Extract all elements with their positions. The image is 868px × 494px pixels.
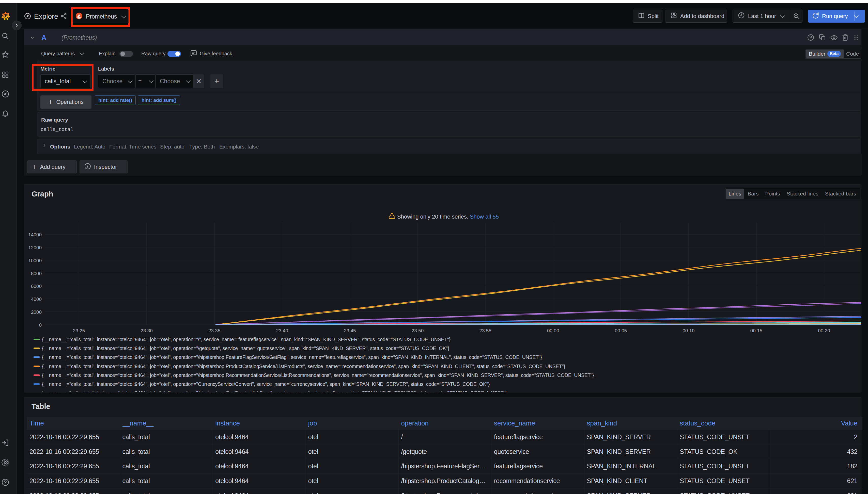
svg-text:12000: 12000 [28, 245, 42, 250]
svg-text:14000: 14000 [28, 232, 42, 238]
svg-text:00:10: 00:10 [683, 328, 695, 333]
svg-text:23:55: 23:55 [479, 328, 491, 333]
svg-text:23:50: 23:50 [412, 328, 424, 333]
svg-text:23:30: 23:30 [141, 328, 153, 333]
svg-text:00:00: 00:00 [547, 328, 559, 333]
svg-text:8000: 8000 [31, 271, 42, 276]
svg-text:23:25: 23:25 [73, 328, 85, 333]
svg-text:0: 0 [39, 322, 42, 328]
svg-text:10000: 10000 [28, 258, 42, 263]
svg-text:2000: 2000 [31, 309, 42, 315]
svg-text:23:35: 23:35 [209, 328, 220, 333]
svg-text:23:40: 23:40 [276, 328, 288, 333]
svg-text:00:20: 00:20 [818, 328, 830, 333]
svg-text:6000: 6000 [31, 284, 42, 289]
svg-text:4000: 4000 [31, 297, 42, 302]
svg-text:23:45: 23:45 [344, 328, 356, 333]
svg-text:00:05: 00:05 [615, 328, 627, 333]
svg-text:00:15: 00:15 [751, 328, 762, 333]
